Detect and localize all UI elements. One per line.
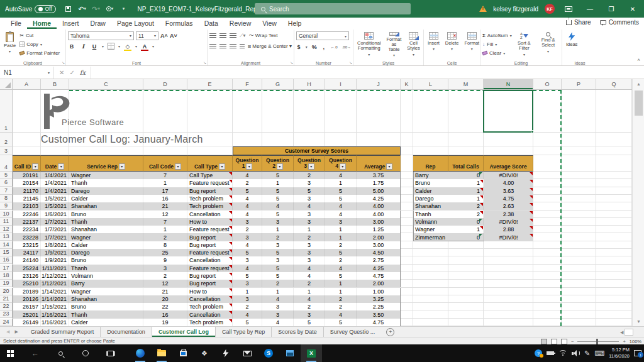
column-header-C[interactable]: C [69, 79, 143, 89]
cell-G20[interactable]: 1 [262, 288, 294, 295]
cell-J19[interactable]: 2.00 [357, 280, 401, 287]
cell-J14[interactable]: 3.00 [357, 241, 401, 249]
cell-D16[interactable]: 9 [143, 256, 187, 264]
cell-H11[interactable]: 3 [294, 218, 325, 226]
cell-B15[interactable]: 1/9/2021 [41, 249, 69, 256]
cell-H20[interactable]: 1 [294, 288, 325, 295]
column-header-K[interactable]: K [401, 79, 413, 89]
tab-file[interactable]: File [5, 18, 27, 29]
zoom-in-button[interactable]: + [623, 339, 625, 344]
sheet-nav-right[interactable]: ▶ [14, 329, 18, 334]
autosum-button[interactable]: ΣAutoSum▾ [482, 31, 512, 40]
cell-D20[interactable]: 21 [143, 288, 187, 295]
cell-M5[interactable]: 0 [448, 172, 484, 179]
selected-cell-N1[interactable] [483, 90, 533, 133]
cell-M7[interactable]: 1 [448, 187, 484, 195]
cell-H5[interactable]: 2 [294, 172, 325, 179]
cell-D22[interactable]: 22 [143, 303, 187, 310]
filter-dropdown-A[interactable]: ▾ [32, 163, 38, 170]
row-header-3[interactable]: 3 [0, 146, 13, 155]
cell-L8[interactable]: Darego [413, 195, 448, 202]
cell-F9[interactable]: 4 [233, 202, 262, 210]
cortana-button[interactable] [78, 344, 93, 362]
cell-G6[interactable]: 1 [262, 179, 294, 187]
cell-H10[interactable]: 3 [294, 211, 325, 218]
cell-N6[interactable]: 4.00 [484, 179, 533, 187]
cell-L12[interactable]: Wagner [413, 226, 448, 233]
cell-E22[interactable]: Tech problem [187, 303, 233, 310]
cell-F13[interactable]: 3 [233, 233, 262, 241]
share-button[interactable]: Share [566, 19, 591, 26]
column-header-G[interactable]: G [262, 79, 294, 89]
cell-F19[interactable]: 3 [233, 280, 262, 287]
redo-button[interactable]: ↷▾ [90, 3, 103, 15]
zoom-level[interactable]: 100% [630, 339, 641, 344]
sheet-tab-graded-summary-report[interactable]: Graded Summary Report [25, 327, 101, 337]
borders-button[interactable] [108, 43, 114, 50]
cell-H21[interactable]: 4 [294, 295, 325, 303]
column-header-Q[interactable]: Q [596, 79, 632, 89]
merge-center-button[interactable]: ⧈ Merge & Center ▾ [248, 43, 292, 50]
increase-decimal-button[interactable]: ←.0 [331, 45, 338, 49]
cell-D9[interactable]: 21 [143, 202, 187, 210]
cell-M13[interactable]: 0 [448, 233, 484, 241]
formula-input[interactable] [91, 67, 644, 79]
cell-M6[interactable]: 1 [448, 179, 484, 187]
filter-dropdown-I[interactable]: ▾ [340, 163, 346, 170]
cell-F20[interactable]: 1 [233, 288, 262, 295]
file-explorer-taskbar-button[interactable] [151, 344, 172, 362]
cell-A5[interactable]: 20191 [13, 172, 41, 179]
row-header-6[interactable]: 6 [0, 179, 13, 187]
ideas-button[interactable]: Ideas [564, 31, 579, 58]
column-header-P[interactable]: P [562, 79, 596, 89]
row-header-21[interactable]: 21 [0, 295, 13, 303]
cell-H18[interactable]: 4 [294, 272, 325, 280]
row-header-24[interactable]: 24 [0, 319, 13, 326]
new-sheet-button[interactable]: + [386, 328, 394, 336]
cell-I9[interactable]: 4 [325, 202, 357, 210]
cell-A11[interactable]: 22137 [13, 218, 41, 226]
cell-E13[interactable]: Bug report [187, 233, 233, 241]
cell-C23[interactable]: Thanh [69, 310, 143, 318]
cell-G17[interactable]: 5 [262, 265, 294, 272]
cell-F22[interactable]: 2 [233, 303, 262, 310]
cut-button[interactable]: ✂Cut [19, 31, 60, 40]
skype-taskbar-button[interactable]: S [258, 344, 279, 362]
cell-H22[interactable]: 2 [294, 303, 325, 310]
insert-cells-button[interactable]: Insert▾ [426, 31, 441, 58]
cell-L7[interactable]: Calder [413, 187, 448, 195]
cell-J8[interactable]: 4.25 [357, 195, 401, 202]
cell-D15[interactable]: 25 [143, 249, 187, 256]
cell-A15[interactable]: 24117 [13, 249, 41, 256]
indent-icons[interactable] [240, 44, 245, 49]
row-header-5[interactable]: 5 [0, 172, 13, 179]
cell-G24[interactable]: 4 [262, 319, 294, 326]
cell-B9[interactable]: 1/5/2021 [41, 202, 69, 210]
filter-dropdown-H[interactable]: ▾ [308, 163, 314, 170]
page-break-view-button[interactable] [561, 339, 567, 344]
cell-D11[interactable]: 7 [143, 218, 187, 226]
cell-I22[interactable]: 2 [325, 303, 357, 310]
cell-F14[interactable]: 4 [233, 241, 262, 249]
cell-I24[interactable]: 5 [325, 319, 357, 326]
cell-E7[interactable]: Bug report [187, 187, 233, 195]
cell-I23[interactable]: 4 [325, 310, 357, 318]
cell-D7[interactable]: 17 [143, 187, 187, 195]
cell-C7[interactable]: Darego [69, 187, 143, 195]
cell-H7[interactable]: 5 [294, 187, 325, 195]
cell-I17[interactable]: 4 [325, 265, 357, 272]
column-filter-header-service-rep[interactable]: Service Rep▾ [69, 155, 143, 172]
cell-J13[interactable]: 2.00 [357, 233, 401, 241]
search-input[interactable]: Search [255, 3, 411, 14]
cell-L13[interactable]: Zimmerman [413, 233, 448, 241]
cell-I15[interactable]: 5 [325, 249, 357, 256]
cell-I16[interactable]: 2 [325, 256, 357, 264]
cell-F18[interactable]: 5 [233, 272, 262, 280]
cell-C13[interactable]: Wagner [69, 233, 143, 241]
cell-A12[interactable]: 22234 [13, 226, 41, 233]
cell-C17[interactable]: Thanh [69, 265, 143, 272]
accounting-format-button[interactable]: $ [296, 44, 301, 50]
cell-E21[interactable]: Cancellation [187, 295, 233, 303]
avatar[interactable]: KF [545, 4, 555, 14]
cell-G18[interactable]: 5 [262, 272, 294, 280]
